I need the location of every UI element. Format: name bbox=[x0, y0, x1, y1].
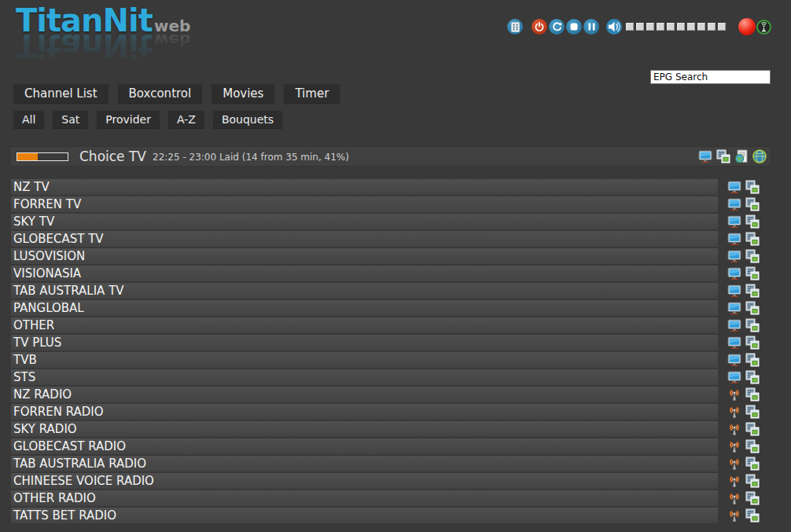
channel-name[interactable]: OTHER RADIO bbox=[11, 490, 718, 506]
screenshot-button[interactable] bbox=[716, 149, 730, 164]
channel-name[interactable]: LUSOVISION bbox=[11, 248, 718, 264]
monitor-icon bbox=[727, 181, 741, 194]
channel-name[interactable]: TV PLUS bbox=[11, 335, 718, 350]
radio-stream-button[interactable] bbox=[727, 491, 741, 506]
screenshot-button[interactable] bbox=[745, 353, 760, 368]
tv-stream-button[interactable] bbox=[727, 215, 741, 229]
volume-segment[interactable] bbox=[626, 23, 634, 31]
epg-page-button[interactable] bbox=[734, 149, 749, 164]
screenshot-button[interactable] bbox=[745, 249, 760, 264]
radio-stream-button[interactable] bbox=[727, 405, 741, 420]
filter-az-button[interactable]: A-Z bbox=[168, 111, 204, 128]
channel-name[interactable]: TATTS BET RADIO bbox=[11, 508, 718, 523]
screenshot-button[interactable] bbox=[745, 439, 760, 454]
channel-name[interactable]: TAB AUSTRALIA RADIO bbox=[11, 456, 718, 471]
tv-stream-button[interactable] bbox=[727, 284, 741, 299]
channel-name[interactable]: FORREN TV bbox=[11, 196, 718, 212]
channel-row: TAB AUSTRALIA RADIO bbox=[11, 456, 760, 471]
volume-segment[interactable] bbox=[718, 23, 726, 31]
volume-segment[interactable] bbox=[708, 23, 716, 31]
volume-segment[interactable] bbox=[687, 23, 695, 31]
volume-segment[interactable] bbox=[657, 23, 664, 31]
screenshot-button[interactable] bbox=[745, 301, 760, 316]
tv-stream-button[interactable] bbox=[727, 353, 741, 368]
channel-name[interactable]: GLOBECAST TV bbox=[11, 231, 718, 247]
screenshot-button[interactable] bbox=[745, 215, 760, 229]
screenshot-button[interactable] bbox=[745, 474, 760, 489]
filter-all-button[interactable]: All bbox=[13, 111, 44, 128]
copy-windows-icon bbox=[745, 318, 760, 332]
filter-bouquets-button[interactable]: Bouquets bbox=[213, 111, 282, 128]
channel-name[interactable]: CHINEESE VOICE RADIO bbox=[11, 473, 718, 489]
tv-stream-button[interactable] bbox=[727, 301, 741, 316]
tv-stream-button[interactable] bbox=[727, 318, 741, 333]
screenshot-button[interactable] bbox=[745, 491, 760, 506]
radio-stream-button[interactable] bbox=[727, 457, 741, 471]
nav-channel-list-button[interactable]: Channel List bbox=[13, 84, 109, 103]
screenshot-button[interactable] bbox=[745, 284, 760, 299]
channel-name[interactable]: FORREN RADIO bbox=[11, 404, 718, 420]
volume-segment[interactable] bbox=[677, 23, 685, 31]
channel-name[interactable]: STS bbox=[11, 369, 718, 385]
channel-name[interactable]: TAB AUSTRALIA TV bbox=[11, 283, 718, 299]
screenshot-button[interactable] bbox=[745, 508, 760, 523]
channel-name[interactable]: VISIONASIA bbox=[11, 266, 718, 281]
tv-stream-button[interactable] bbox=[727, 336, 741, 350]
remote-keypad-button[interactable] bbox=[507, 19, 523, 35]
radio-stream-button[interactable] bbox=[727, 508, 741, 523]
monitor-icon bbox=[727, 319, 741, 332]
screenshot-button[interactable] bbox=[745, 232, 760, 247]
channel-name[interactable]: TVB bbox=[11, 352, 718, 368]
volume-segment[interactable] bbox=[697, 23, 705, 31]
nav-timer-button[interactable]: Timer bbox=[284, 84, 340, 103]
filter-sat-button[interactable]: Sat bbox=[53, 111, 88, 128]
tv-stream-button[interactable] bbox=[727, 232, 741, 247]
screenshot-button[interactable] bbox=[745, 457, 760, 471]
web-button[interactable] bbox=[752, 149, 767, 164]
channel-actions bbox=[727, 508, 760, 523]
record-indicator[interactable] bbox=[738, 18, 756, 35]
screenshot-button[interactable] bbox=[745, 318, 760, 333]
nav-boxcontrol-button[interactable]: Boxcontrol bbox=[118, 84, 203, 103]
power-button[interactable] bbox=[532, 19, 547, 35]
screenshot-button[interactable] bbox=[745, 422, 760, 437]
volume-segment[interactable] bbox=[667, 23, 675, 31]
tv-stream-button[interactable] bbox=[727, 180, 741, 195]
radio-stream-button[interactable] bbox=[727, 387, 741, 402]
epg-search-input[interactable] bbox=[650, 70, 771, 84]
tv-stream-button[interactable] bbox=[727, 197, 741, 212]
screenshot-button[interactable] bbox=[745, 266, 760, 281]
radio-stream-button[interactable] bbox=[727, 439, 741, 454]
screenshot-button[interactable] bbox=[745, 180, 760, 195]
screenshot-button[interactable] bbox=[745, 387, 760, 402]
refresh-button[interactable] bbox=[549, 19, 565, 35]
volume-segment[interactable] bbox=[646, 23, 654, 31]
channel-name[interactable]: NZ RADIO bbox=[11, 387, 718, 402]
channel-name[interactable]: GLOBECAST RADIO bbox=[11, 438, 718, 454]
screenshot-button[interactable] bbox=[745, 405, 760, 420]
tv-stream-button[interactable] bbox=[727, 370, 741, 385]
radio-stream-button[interactable] bbox=[727, 422, 741, 437]
volume-button[interactable] bbox=[605, 18, 623, 35]
volume-segment[interactable] bbox=[636, 23, 644, 31]
channel-name[interactable]: SKY RADIO bbox=[11, 421, 718, 437]
channel-name[interactable]: OTHER bbox=[11, 317, 718, 333]
signal-button[interactable] bbox=[756, 20, 771, 35]
copy-windows-icon bbox=[745, 370, 760, 384]
channel-name[interactable]: PANGLOBAL bbox=[11, 300, 718, 316]
tv-stream-button[interactable] bbox=[697, 149, 712, 164]
channel-name[interactable]: SKY TV bbox=[11, 214, 718, 229]
channel-actions bbox=[727, 439, 760, 454]
screenshot-button[interactable] bbox=[745, 370, 760, 385]
tv-stream-button[interactable] bbox=[727, 249, 741, 264]
filter-provider-button[interactable]: Provider bbox=[97, 111, 160, 128]
tv-stream-button[interactable] bbox=[727, 266, 741, 281]
stop-button[interactable] bbox=[566, 19, 582, 35]
screenshot-button[interactable] bbox=[745, 336, 760, 350]
copy-windows-icon bbox=[745, 457, 760, 471]
channel-name[interactable]: NZ TV bbox=[11, 179, 718, 195]
radio-stream-button[interactable] bbox=[727, 474, 741, 489]
nav-movies-button[interactable]: Movies bbox=[212, 84, 274, 103]
screenshot-button[interactable] bbox=[745, 197, 760, 212]
pause-button[interactable] bbox=[583, 19, 599, 35]
